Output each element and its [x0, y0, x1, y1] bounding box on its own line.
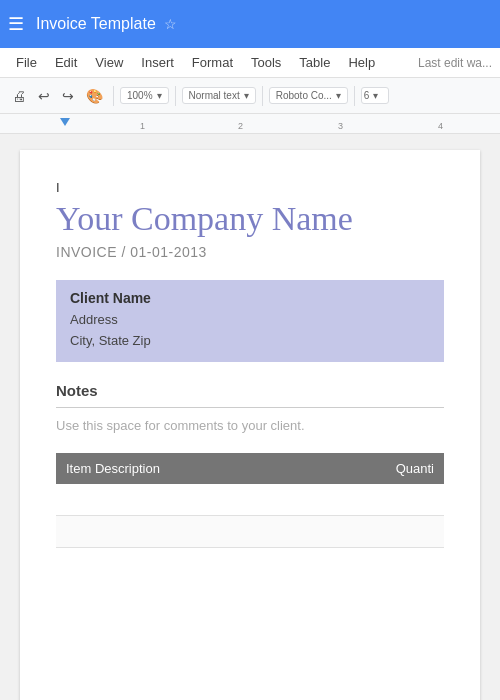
item-quantity-2[interactable] [289, 515, 444, 547]
redo-button[interactable]: ↪ [58, 86, 78, 106]
item-quantity-1[interactable] [289, 484, 444, 516]
client-box[interactable]: Client Name Address City, State Zip [56, 280, 444, 362]
document-area: I Your Company Name INVOICE / 01-01-2013… [0, 134, 500, 700]
menu-icon[interactable]: ☰ [8, 13, 24, 35]
undo-button[interactable]: ↩ [34, 86, 54, 106]
client-city-state: City, State Zip [70, 331, 430, 352]
star-icon[interactable]: ☆ [164, 16, 177, 32]
company-name[interactable]: Your Company Name [56, 200, 444, 238]
item-description-2[interactable] [56, 515, 289, 547]
client-address-line: Address [70, 310, 430, 331]
style-select[interactable]: Normal text ▾ [182, 87, 256, 104]
client-address: Address City, State Zip [70, 310, 430, 352]
ruler-mark-4: 4 [438, 121, 443, 131]
col-header-quantity: Quanti [289, 453, 444, 484]
items-table: Item Description Quanti [56, 453, 444, 548]
page: I Your Company Name INVOICE / 01-01-2013… [20, 150, 480, 700]
notes-divider [56, 407, 444, 408]
notes-placeholder[interactable]: Use this space for comments to your clie… [56, 418, 444, 433]
divider-1 [113, 86, 114, 106]
menu-view[interactable]: View [87, 53, 131, 72]
menu-file[interactable]: File [8, 53, 45, 72]
table-row[interactable] [56, 484, 444, 516]
col-header-description: Item Description [56, 453, 289, 484]
ruler-tab[interactable] [60, 118, 70, 126]
document-title[interactable]: Invoice Template [36, 15, 156, 33]
invoice-info: INVOICE / 01-01-2013 [56, 244, 444, 260]
menu-bar: File Edit View Insert Format Tools Table… [0, 48, 500, 78]
print-button[interactable]: 🖨 [8, 86, 30, 106]
divider-2 [175, 86, 176, 106]
divider-4 [354, 86, 355, 106]
ruler: 1 2 3 4 [0, 114, 500, 134]
last-edit-text: Last edit wa... [418, 56, 492, 70]
font-size-select[interactable]: 6 ▾ [361, 87, 389, 104]
zoom-select[interactable]: 100% ▾ [120, 87, 169, 104]
paint-format-button[interactable]: 🎨 [82, 86, 107, 106]
divider-3 [262, 86, 263, 106]
table-header-row: Item Description Quanti [56, 453, 444, 484]
ruler-mark-3: 3 [338, 121, 343, 131]
item-description-1[interactable] [56, 484, 289, 516]
ruler-mark-2: 2 [238, 121, 243, 131]
menu-format[interactable]: Format [184, 53, 241, 72]
menu-insert[interactable]: Insert [133, 53, 182, 72]
font-select[interactable]: Roboto Co... ▾ [269, 87, 348, 104]
cursor-line: I [56, 180, 444, 196]
notes-label: Notes [56, 382, 444, 399]
menu-edit[interactable]: Edit [47, 53, 85, 72]
menu-tools[interactable]: Tools [243, 53, 289, 72]
menu-help[interactable]: Help [340, 53, 383, 72]
toolbar: 🖨 ↩ ↪ 🎨 100% ▾ Normal text ▾ Roboto Co..… [0, 78, 500, 114]
ruler-mark-1: 1 [140, 121, 145, 131]
table-row[interactable] [56, 515, 444, 547]
client-name[interactable]: Client Name [70, 290, 430, 306]
top-bar: ☰ Invoice Template ☆ [0, 0, 500, 48]
menu-table[interactable]: Table [291, 53, 338, 72]
